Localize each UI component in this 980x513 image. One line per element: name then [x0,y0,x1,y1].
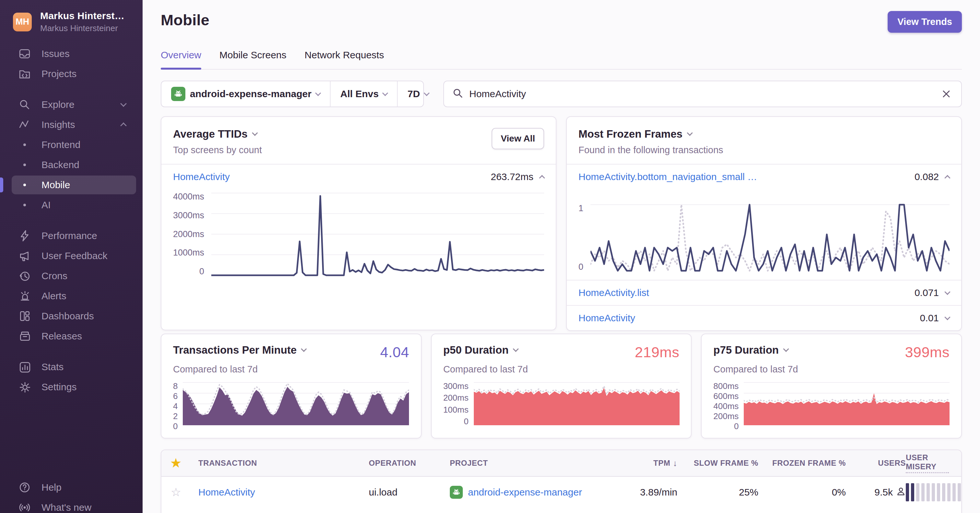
card-title: Average TTIDs [173,128,248,140]
sidebar-nav: Issues Projects Explore Insights Fronte [0,41,143,513]
tpm-card: Transactions Per Minute 4.04 Compared to… [161,334,422,438]
sidebar-item-stats[interactable]: Stats [0,357,143,377]
collapse-chevron-icon[interactable] [539,175,545,181]
user-name: Markus Hinterst… [40,10,124,21]
frozen-line-chart[interactable] [590,203,950,272]
org-user-menu[interactable]: MH Markus Hinterst… Markus Hintersteiner [0,0,143,41]
card-title: p50 Duration [443,344,509,356]
sidebar-item-help[interactable]: Help [0,477,143,497]
view-trends-button[interactable]: View Trends [888,11,962,33]
star-outline-icon[interactable]: ☆ [171,486,181,499]
expand-chevron-icon[interactable] [944,289,950,295]
sidebar-item-dashboards[interactable]: Dashboards [0,306,143,326]
project-link[interactable]: android-expense-manager [468,487,582,498]
environment-filter[interactable]: All Envs [330,81,397,106]
tab-bar: Overview Mobile Screens Network Requests [161,49,962,70]
frozen-row-expanded: HomeActivity.bottom_navigation_small … 0… [579,165,950,189]
main-content: Mobile View Trends Overview Mobile Scree… [143,0,980,513]
tab-mobile-screens[interactable]: Mobile Screens [220,49,286,69]
operation-cell: ui.load [369,477,450,508]
bar-chart-icon [18,361,31,373]
expand-chevron-icon[interactable] [944,314,950,320]
p50-value: 219ms [635,344,679,361]
p75-chart: 800ms600ms400ms200ms0 [713,381,950,427]
column-header-transaction[interactable]: Transaction [191,450,369,476]
sidebar-item-frontend[interactable]: Frontend [0,135,143,155]
p50-area-chart[interactable] [474,381,679,427]
users-cell: 9.5k [846,477,906,508]
view-all-button[interactable]: View All [492,128,544,149]
y-axis: 300ms200ms100ms0 [443,381,474,427]
tpm-value: 4.04 [380,344,409,361]
sidebar-item-alerts[interactable]: Alerts [0,286,143,306]
tpm-area-chart[interactable] [183,381,409,427]
sidebar-item-explore[interactable]: Explore [0,95,143,114]
tab-network-requests[interactable]: Network Requests [305,49,384,69]
p75-area-chart[interactable] [744,381,950,427]
frozen-row: HomeActivity 0.01 [579,306,950,330]
chevron-down-icon[interactable] [687,130,692,136]
transaction-link[interactable]: HomeActivity.bottom_navigation_small … [579,172,757,182]
chevron-down-icon[interactable] [301,346,307,352]
column-header-frozen-frame[interactable]: Frozen Frame % [758,450,846,476]
column-header-project[interactable]: Project [450,450,618,476]
average-ttids-card: Average TTIDs Top screens by count View … [161,116,557,330]
sidebar: MH Markus Hinterst… Markus Hintersteiner… [0,0,143,513]
transaction-link[interactable]: HomeActivity [173,172,230,182]
chevron-down-icon[interactable] [783,346,789,352]
page-title: Mobile [161,11,209,29]
sidebar-item-ai[interactable]: AI [0,195,143,215]
chevron-down-icon[interactable] [513,346,519,352]
tpm-cell: 3.89/min [618,477,677,508]
explore-search-icon [18,98,31,111]
sidebar-item-user-feedback[interactable]: User Feedback [0,246,143,266]
frozen-value: 0.082 [915,172,939,182]
sidebar-item-whats-new[interactable]: What's new [0,497,143,513]
sidebar-item-insights[interactable]: Insights [0,114,143,135]
p50-duration-card: p50 Duration 219ms Compared to last 7d 3… [431,334,692,438]
avatar: MH [13,13,32,32]
tab-overview[interactable]: Overview [161,49,201,69]
date-range-filter[interactable]: 7D [397,81,438,106]
chevron-down-icon [315,90,321,96]
search-input[interactable] [469,88,934,99]
sidebar-item-backend[interactable]: Backend [0,155,143,175]
frozen-value: 0.01 [920,313,939,324]
project-filter-value: android-expense-manager [190,88,312,99]
slow-frame-cell: 25% [677,477,758,508]
column-header-slow-frame[interactable]: Slow Frame % [677,450,758,476]
column-header-tpm[interactable]: TPM↓ [618,450,677,476]
chevron-up-icon [120,122,127,129]
column-header-operation[interactable]: Operation [369,450,450,476]
card-subtitle: Found in the following transactions [579,145,723,156]
collapse-chevron-icon[interactable] [944,175,950,181]
sidebar-item-issues[interactable]: Issues [0,44,143,64]
column-header-user-misery[interactable]: User Misery [906,450,961,476]
transaction-link[interactable]: HomeActivity.list [579,287,649,298]
page-filter-bar: android-expense-manager All Envs 7D [161,81,424,107]
column-header-users[interactable]: Users [846,450,906,476]
bullet-icon [23,143,26,146]
sidebar-item-releases[interactable]: Releases [0,326,143,346]
lightning-icon [18,229,31,242]
p75-value: 399ms [905,344,950,361]
project-filter[interactable]: android-expense-manager [161,81,330,106]
chevron-down-icon[interactable] [252,130,258,136]
clear-search-button[interactable] [940,87,953,100]
star-filled-icon[interactable]: ★ [171,456,181,470]
sidebar-item-crons[interactable]: Crons [0,266,143,286]
ttid-line-chart[interactable] [211,192,544,276]
card-title: Transactions Per Minute [173,344,296,356]
user-misery-cell [906,477,962,508]
card-title: Most Frozen Frames [579,128,682,140]
sidebar-item-projects[interactable]: Projects [0,64,143,84]
sidebar-item-mobile[interactable]: Mobile [0,175,143,195]
transaction-link[interactable]: HomeActivity [198,487,255,498]
search-bar [443,81,962,107]
card-subtitle: Compared to last 7d [713,364,950,375]
transaction-link[interactable]: HomeActivity [579,313,635,324]
sidebar-item-performance[interactable]: Performance [0,226,143,246]
user-icon [896,486,906,499]
sidebar-item-settings[interactable]: Settings [0,377,143,397]
android-platform-icon [450,486,463,499]
